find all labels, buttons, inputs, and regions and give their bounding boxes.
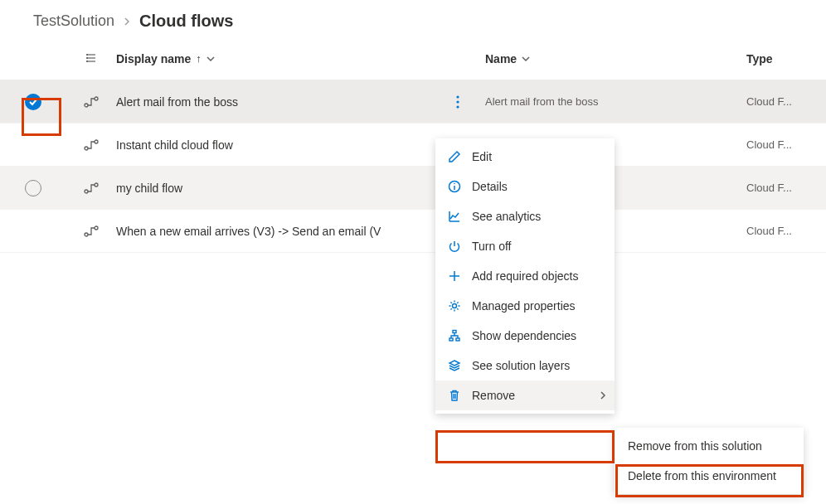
type-cell: Cloud F... xyxy=(746,182,826,194)
type-cell: Cloud F... xyxy=(746,138,826,151)
table-row[interactable]: my child flow Cloud F... xyxy=(0,167,826,210)
row-checkbox[interactable] xyxy=(0,94,66,110)
column-header-type[interactable]: Type xyxy=(746,52,826,65)
submenu-item-delete-env[interactable]: Delete from this environment xyxy=(615,461,804,491)
svg-rect-24 xyxy=(449,338,453,341)
menu-item-see-layers[interactable]: See solution layers xyxy=(435,351,615,380)
svg-point-8 xyxy=(456,95,459,98)
breadcrumb: TestSolution Cloud flows xyxy=(0,0,826,37)
flow-icon xyxy=(66,225,116,237)
column-label: Type xyxy=(746,52,773,65)
sort-asc-icon: ↑ xyxy=(196,52,202,65)
context-submenu: Remove from this solution Delete from th… xyxy=(615,428,804,494)
chevron-down-icon xyxy=(206,55,215,63)
column-label: Name xyxy=(485,52,517,65)
doc-highlight-frame xyxy=(435,430,615,463)
chevron-right-icon xyxy=(600,391,606,400)
svg-point-13 xyxy=(85,190,88,193)
table-row[interactable]: When a new email arrives (V3) -> Send an… xyxy=(0,210,826,253)
svg-point-4 xyxy=(87,57,88,58)
display-name-cell[interactable]: Instant child cloud flow xyxy=(116,138,448,152)
hierarchy-icon xyxy=(447,328,462,343)
svg-rect-25 xyxy=(456,338,459,341)
svg-point-19 xyxy=(454,183,455,185)
breadcrumb-parent[interactable]: TestSolution xyxy=(33,12,114,30)
plus-icon xyxy=(447,269,462,284)
more-actions-button[interactable] xyxy=(448,92,468,112)
menu-label: Edit xyxy=(472,150,492,163)
menu-label: Turn off xyxy=(472,240,511,253)
breadcrumb-current: Cloud flows xyxy=(139,12,233,31)
menu-item-show-deps[interactable]: Show dependencies xyxy=(435,321,615,351)
menu-item-managed-props[interactable]: Managed properties xyxy=(435,291,615,321)
type-cell: Cloud F... xyxy=(746,95,826,108)
menu-item-edit[interactable]: Edit xyxy=(435,142,615,172)
chevron-right-icon xyxy=(123,17,131,26)
checkmark-icon xyxy=(25,94,41,110)
row-checkbox[interactable] xyxy=(0,180,66,196)
column-header-display-name[interactable]: Display name ↑ xyxy=(116,52,448,65)
menu-item-remove[interactable]: Remove xyxy=(435,380,615,410)
svg-point-7 xyxy=(95,97,98,100)
column-customize-icon[interactable] xyxy=(66,52,116,65)
table-row[interactable]: Alert mail from the boss Alert mail from… xyxy=(0,80,826,124)
table-row[interactable]: Instant child cloud flow Cloud F... xyxy=(0,124,826,167)
svg-point-16 xyxy=(95,226,98,230)
table-header: Display name ↑ Name Type xyxy=(0,37,826,80)
menu-label: Remove xyxy=(472,389,515,402)
menu-label: Managed properties xyxy=(472,299,576,313)
svg-point-15 xyxy=(85,233,88,236)
type-cell: Cloud F... xyxy=(746,225,826,237)
circle-icon xyxy=(25,180,41,196)
svg-point-6 xyxy=(85,104,88,107)
info-icon xyxy=(447,179,462,194)
menu-label: Details xyxy=(472,180,508,193)
chart-icon xyxy=(447,209,462,224)
display-name-cell[interactable]: When a new email arrives (V3) -> Send an… xyxy=(116,225,448,238)
menu-label: See solution layers xyxy=(472,359,570,372)
menu-item-turn-off[interactable]: Turn off xyxy=(435,231,615,261)
menu-label: Add required objects xyxy=(472,269,578,283)
column-header-name[interactable]: Name xyxy=(485,52,746,65)
menu-label: See analytics xyxy=(472,210,541,223)
svg-point-11 xyxy=(85,147,88,150)
layers-icon xyxy=(447,358,462,373)
svg-point-9 xyxy=(456,100,459,103)
svg-point-14 xyxy=(95,183,98,187)
svg-point-5 xyxy=(87,61,88,61)
svg-point-10 xyxy=(456,105,459,108)
flow-icon xyxy=(66,139,116,151)
menu-label: Show dependencies xyxy=(472,329,576,342)
svg-point-12 xyxy=(95,140,98,143)
display-name-cell[interactable]: Alert mail from the boss xyxy=(116,95,448,109)
name-cell: Alert mail from the boss xyxy=(485,95,746,108)
flow-icon xyxy=(66,182,116,194)
svg-point-22 xyxy=(453,304,457,308)
menu-item-add-required[interactable]: Add required objects xyxy=(435,261,615,291)
power-icon xyxy=(447,239,462,254)
svg-point-3 xyxy=(87,54,88,55)
flow-icon xyxy=(66,96,116,108)
display-name-cell[interactable]: my child flow xyxy=(116,182,448,195)
submenu-item-remove-solution[interactable]: Remove from this solution xyxy=(615,431,804,461)
gear-icon xyxy=(447,298,462,313)
menu-item-details[interactable]: Details xyxy=(435,172,615,201)
menu-item-analytics[interactable]: See analytics xyxy=(435,201,615,231)
context-menu: Edit Details See analytics Turn off Add … xyxy=(435,138,615,414)
pencil-icon xyxy=(447,149,462,164)
trash-icon xyxy=(447,388,462,403)
chevron-down-icon xyxy=(522,55,530,63)
column-label: Display name xyxy=(116,52,191,65)
svg-rect-23 xyxy=(453,331,456,333)
